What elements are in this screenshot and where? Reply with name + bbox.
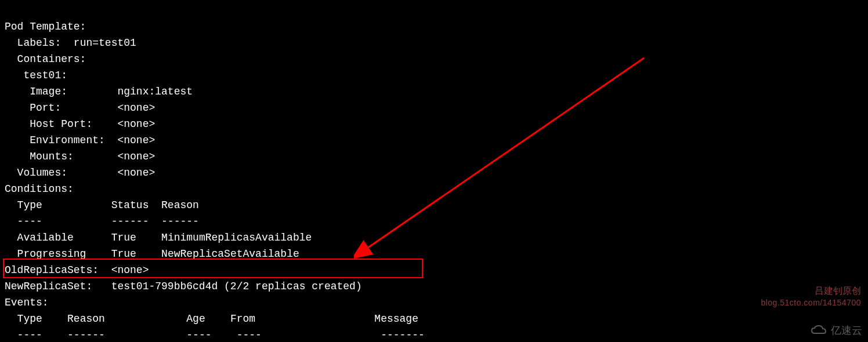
events-columns: Type Reason Age From Message <box>5 313 418 325</box>
mounts-line: Mounts: <none> <box>5 151 155 162</box>
port-line: Port: <none> <box>5 102 155 114</box>
conditions-header: Conditions: <box>5 183 74 195</box>
events-header: Events: <box>5 297 49 308</box>
condition-row-available: Available True MinimumReplicasAvailable <box>5 232 312 243</box>
image-line: Image: nginx:latest <box>5 86 193 97</box>
conditions-columns: Type Status Reason <box>5 199 199 211</box>
volumes-line: Volumes: <none> <box>5 167 155 179</box>
env-line: Environment: <none> <box>5 134 155 146</box>
containers-header: Containers: <box>5 53 86 65</box>
old-replicasets-line: OldReplicaSets: <none> <box>5 264 149 276</box>
conditions-separator: ---- ------ ------ <box>5 216 199 227</box>
labels-line: Labels: run=test01 <box>5 37 136 49</box>
condition-row-progressing: Progressing True NewReplicaSetAvailable <box>5 248 299 260</box>
events-separator: ---- ------ ---- ---- ------- <box>5 329 425 341</box>
pod-template-header: Pod Template: <box>5 21 86 32</box>
new-replicaset-line: NewReplicaSet: test01-799bb6cd4d (2/2 re… <box>5 281 362 292</box>
terminal-output: Pod Template: Labels: run=test01 Contain… <box>0 0 868 342</box>
hostport-line: Host Port: <none> <box>5 118 155 130</box>
container-name: test01: <box>5 70 67 81</box>
